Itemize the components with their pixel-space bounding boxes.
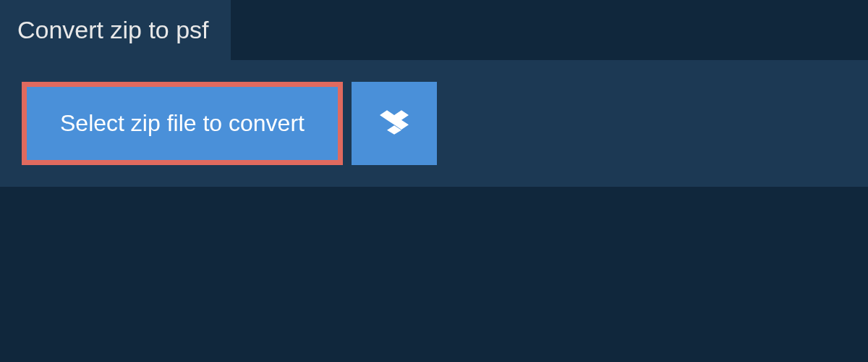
dropbox-icon <box>380 108 409 139</box>
tab-title: Convert zip to psf <box>17 16 209 43</box>
select-file-label: Select zip file to convert <box>60 110 305 137</box>
tab-header: Convert zip to psf <box>0 0 231 60</box>
button-row: Select zip file to convert <box>22 82 846 165</box>
select-file-button[interactable]: Select zip file to convert <box>22 82 343 165</box>
conversion-panel: Select zip file to convert <box>0 60 868 187</box>
dropbox-button[interactable] <box>352 82 437 165</box>
